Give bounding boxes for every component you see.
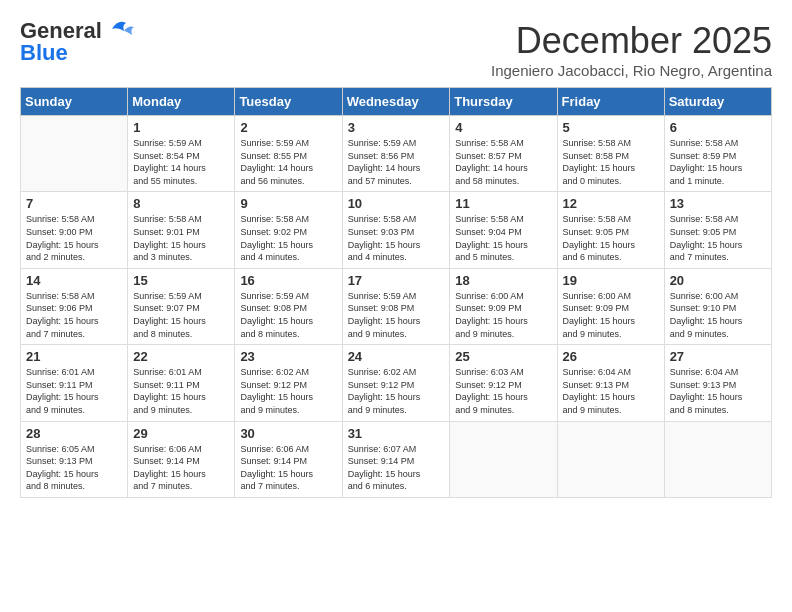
day-info: Sunrise: 5:59 AM Sunset: 9:08 PM Dayligh… <box>348 290 445 340</box>
day-info: Sunrise: 5:59 AM Sunset: 9:08 PM Dayligh… <box>240 290 336 340</box>
day-info: Sunrise: 6:01 AM Sunset: 9:11 PM Dayligh… <box>26 366 122 416</box>
day-number: 5 <box>563 120 659 135</box>
calendar-cell: 3Sunrise: 5:59 AM Sunset: 8:56 PM Daylig… <box>342 116 450 192</box>
day-info: Sunrise: 5:58 AM Sunset: 9:00 PM Dayligh… <box>26 213 122 263</box>
day-info: Sunrise: 6:07 AM Sunset: 9:14 PM Dayligh… <box>348 443 445 493</box>
day-number: 22 <box>133 349 229 364</box>
day-info: Sunrise: 6:03 AM Sunset: 9:12 PM Dayligh… <box>455 366 551 416</box>
logo: General Blue <box>20 20 136 66</box>
day-info: Sunrise: 6:02 AM Sunset: 9:12 PM Dayligh… <box>348 366 445 416</box>
day-number: 29 <box>133 426 229 441</box>
day-number: 8 <box>133 196 229 211</box>
calendar-cell <box>450 421 557 497</box>
day-info: Sunrise: 5:59 AM Sunset: 8:56 PM Dayligh… <box>348 137 445 187</box>
calendar-cell <box>21 116 128 192</box>
weekday-header-thursday: Thursday <box>450 88 557 116</box>
calendar-cell: 16Sunrise: 5:59 AM Sunset: 9:08 PM Dayli… <box>235 268 342 344</box>
calendar-cell: 28Sunrise: 6:05 AM Sunset: 9:13 PM Dayli… <box>21 421 128 497</box>
weekday-header-sunday: Sunday <box>21 88 128 116</box>
day-info: Sunrise: 5:58 AM Sunset: 9:02 PM Dayligh… <box>240 213 336 263</box>
day-info: Sunrise: 5:58 AM Sunset: 9:05 PM Dayligh… <box>563 213 659 263</box>
day-info: Sunrise: 5:58 AM Sunset: 9:05 PM Dayligh… <box>670 213 766 263</box>
day-number: 6 <box>670 120 766 135</box>
day-info: Sunrise: 5:59 AM Sunset: 9:07 PM Dayligh… <box>133 290 229 340</box>
day-number: 11 <box>455 196 551 211</box>
day-number: 2 <box>240 120 336 135</box>
calendar-cell <box>557 421 664 497</box>
calendar-cell: 18Sunrise: 6:00 AM Sunset: 9:09 PM Dayli… <box>450 268 557 344</box>
day-number: 31 <box>348 426 445 441</box>
week-row-3: 14Sunrise: 5:58 AM Sunset: 9:06 PM Dayli… <box>21 268 772 344</box>
calendar-cell: 27Sunrise: 6:04 AM Sunset: 9:13 PM Dayli… <box>664 345 771 421</box>
day-info: Sunrise: 5:58 AM Sunset: 8:58 PM Dayligh… <box>563 137 659 187</box>
day-number: 27 <box>670 349 766 364</box>
weekday-header-row: SundayMondayTuesdayWednesdayThursdayFrid… <box>21 88 772 116</box>
day-number: 21 <box>26 349 122 364</box>
weekday-header-tuesday: Tuesday <box>235 88 342 116</box>
logo-general: General <box>20 20 102 42</box>
calendar-cell: 24Sunrise: 6:02 AM Sunset: 9:12 PM Dayli… <box>342 345 450 421</box>
calendar-cell: 1Sunrise: 5:59 AM Sunset: 8:54 PM Daylig… <box>128 116 235 192</box>
week-row-5: 28Sunrise: 6:05 AM Sunset: 9:13 PM Dayli… <box>21 421 772 497</box>
calendar-cell: 5Sunrise: 5:58 AM Sunset: 8:58 PM Daylig… <box>557 116 664 192</box>
day-number: 7 <box>26 196 122 211</box>
day-number: 30 <box>240 426 336 441</box>
calendar-cell: 13Sunrise: 5:58 AM Sunset: 9:05 PM Dayli… <box>664 192 771 268</box>
day-number: 15 <box>133 273 229 288</box>
day-info: Sunrise: 6:04 AM Sunset: 9:13 PM Dayligh… <box>670 366 766 416</box>
day-info: Sunrise: 6:04 AM Sunset: 9:13 PM Dayligh… <box>563 366 659 416</box>
calendar-cell: 12Sunrise: 5:58 AM Sunset: 9:05 PM Dayli… <box>557 192 664 268</box>
day-info: Sunrise: 5:59 AM Sunset: 8:54 PM Dayligh… <box>133 137 229 187</box>
day-number: 16 <box>240 273 336 288</box>
day-number: 19 <box>563 273 659 288</box>
calendar-cell: 29Sunrise: 6:06 AM Sunset: 9:14 PM Dayli… <box>128 421 235 497</box>
day-number: 20 <box>670 273 766 288</box>
day-number: 12 <box>563 196 659 211</box>
calendar-cell: 21Sunrise: 6:01 AM Sunset: 9:11 PM Dayli… <box>21 345 128 421</box>
week-row-1: 1Sunrise: 5:59 AM Sunset: 8:54 PM Daylig… <box>21 116 772 192</box>
day-number: 1 <box>133 120 229 135</box>
day-info: Sunrise: 6:02 AM Sunset: 9:12 PM Dayligh… <box>240 366 336 416</box>
day-number: 14 <box>26 273 122 288</box>
day-number: 24 <box>348 349 445 364</box>
day-info: Sunrise: 6:00 AM Sunset: 9:10 PM Dayligh… <box>670 290 766 340</box>
calendar-cell: 17Sunrise: 5:59 AM Sunset: 9:08 PM Dayli… <box>342 268 450 344</box>
calendar-cell <box>664 421 771 497</box>
weekday-header-friday: Friday <box>557 88 664 116</box>
day-number: 9 <box>240 196 336 211</box>
day-number: 28 <box>26 426 122 441</box>
location-subtitle: Ingeniero Jacobacci, Rio Negro, Argentin… <box>491 62 772 79</box>
weekday-header-saturday: Saturday <box>664 88 771 116</box>
day-number: 13 <box>670 196 766 211</box>
day-info: Sunrise: 6:01 AM Sunset: 9:11 PM Dayligh… <box>133 366 229 416</box>
day-info: Sunrise: 5:58 AM Sunset: 9:01 PM Dayligh… <box>133 213 229 263</box>
day-info: Sunrise: 5:58 AM Sunset: 9:03 PM Dayligh… <box>348 213 445 263</box>
calendar-cell: 22Sunrise: 6:01 AM Sunset: 9:11 PM Dayli… <box>128 345 235 421</box>
week-row-2: 7Sunrise: 5:58 AM Sunset: 9:00 PM Daylig… <box>21 192 772 268</box>
day-info: Sunrise: 6:05 AM Sunset: 9:13 PM Dayligh… <box>26 443 122 493</box>
calendar-cell: 4Sunrise: 5:58 AM Sunset: 8:57 PM Daylig… <box>450 116 557 192</box>
calendar-cell: 14Sunrise: 5:58 AM Sunset: 9:06 PM Dayli… <box>21 268 128 344</box>
day-number: 17 <box>348 273 445 288</box>
weekday-header-monday: Monday <box>128 88 235 116</box>
title-area: December 2025 Ingeniero Jacobacci, Rio N… <box>491 20 772 79</box>
calendar-table: SundayMondayTuesdayWednesdayThursdayFrid… <box>20 87 772 498</box>
logo-bird-icon <box>104 17 136 41</box>
day-number: 3 <box>348 120 445 135</box>
calendar-cell: 11Sunrise: 5:58 AM Sunset: 9:04 PM Dayli… <box>450 192 557 268</box>
week-row-4: 21Sunrise: 6:01 AM Sunset: 9:11 PM Dayli… <box>21 345 772 421</box>
calendar-cell: 31Sunrise: 6:07 AM Sunset: 9:14 PM Dayli… <box>342 421 450 497</box>
day-info: Sunrise: 5:58 AM Sunset: 8:59 PM Dayligh… <box>670 137 766 187</box>
day-info: Sunrise: 5:58 AM Sunset: 9:04 PM Dayligh… <box>455 213 551 263</box>
day-number: 26 <box>563 349 659 364</box>
calendar-cell: 26Sunrise: 6:04 AM Sunset: 9:13 PM Dayli… <box>557 345 664 421</box>
calendar-cell: 2Sunrise: 5:59 AM Sunset: 8:55 PM Daylig… <box>235 116 342 192</box>
calendar-cell: 20Sunrise: 6:00 AM Sunset: 9:10 PM Dayli… <box>664 268 771 344</box>
day-info: Sunrise: 6:00 AM Sunset: 9:09 PM Dayligh… <box>563 290 659 340</box>
calendar-cell: 23Sunrise: 6:02 AM Sunset: 9:12 PM Dayli… <box>235 345 342 421</box>
day-number: 10 <box>348 196 445 211</box>
day-info: Sunrise: 5:58 AM Sunset: 9:06 PM Dayligh… <box>26 290 122 340</box>
day-info: Sunrise: 6:06 AM Sunset: 9:14 PM Dayligh… <box>133 443 229 493</box>
logo-blue: Blue <box>20 40 68 66</box>
calendar-cell: 19Sunrise: 6:00 AM Sunset: 9:09 PM Dayli… <box>557 268 664 344</box>
